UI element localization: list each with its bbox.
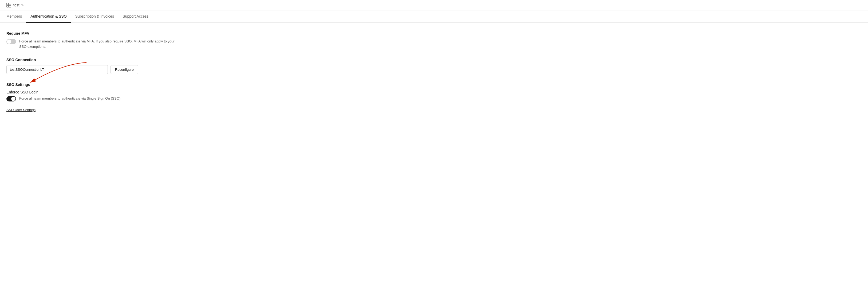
svg-rect-3	[9, 5, 11, 7]
sso-settings-section: SSO Settings Enforce SSO Login Force all…	[6, 83, 180, 112]
tab-auth-sso[interactable]: Authentication & SSO	[26, 10, 71, 23]
sso-connection-title: SSO Connection	[6, 58, 180, 62]
sso-settings-title: SSO Settings	[6, 83, 180, 87]
tab-support-access[interactable]: Support Access	[118, 10, 153, 23]
main-content: Require MFA Force all team members to au…	[0, 23, 187, 129]
enforce-sso-toggle-row: Force all team members to authenticate v…	[6, 96, 180, 101]
org-icon	[6, 3, 11, 7]
tab-members[interactable]: Members	[6, 10, 26, 23]
sso-connection-input[interactable]	[6, 65, 108, 74]
mfa-toggle[interactable]	[6, 39, 16, 44]
edit-icon[interactable]: ✎	[21, 3, 24, 7]
enforce-sso-description: Force all team members to authenticate v…	[19, 96, 121, 101]
sso-connection-row: Reconfigure	[6, 65, 180, 74]
sso-connection-section: SSO Connection Reconfigure	[6, 58, 180, 74]
svg-rect-2	[7, 5, 8, 7]
mfa-toggle-row: Force all team members to authenticate v…	[6, 39, 180, 49]
enforce-sso-slider	[6, 96, 16, 101]
sso-user-settings-link[interactable]: SSO User Settings	[6, 108, 35, 112]
mfa-description: Force all team members to authenticate v…	[19, 39, 180, 49]
require-mfa-section: Require MFA Force all team members to au…	[6, 31, 180, 49]
require-mfa-title: Require MFA	[6, 31, 180, 35]
enforce-sso-label: Enforce SSO Login	[6, 90, 180, 94]
reconfigure-button[interactable]: Reconfigure	[111, 65, 138, 74]
svg-rect-0	[7, 3, 8, 5]
enforce-sso-toggle[interactable]	[6, 96, 16, 101]
top-bar: test ✎	[0, 0, 868, 10]
org-name: test	[13, 3, 20, 7]
nav-tabs: Members Authentication & SSO Subscriptio…	[0, 10, 868, 23]
mfa-toggle-slider	[6, 39, 16, 44]
tab-subscription[interactable]: Subscription & Invoices	[71, 10, 119, 23]
svg-rect-1	[9, 3, 11, 5]
